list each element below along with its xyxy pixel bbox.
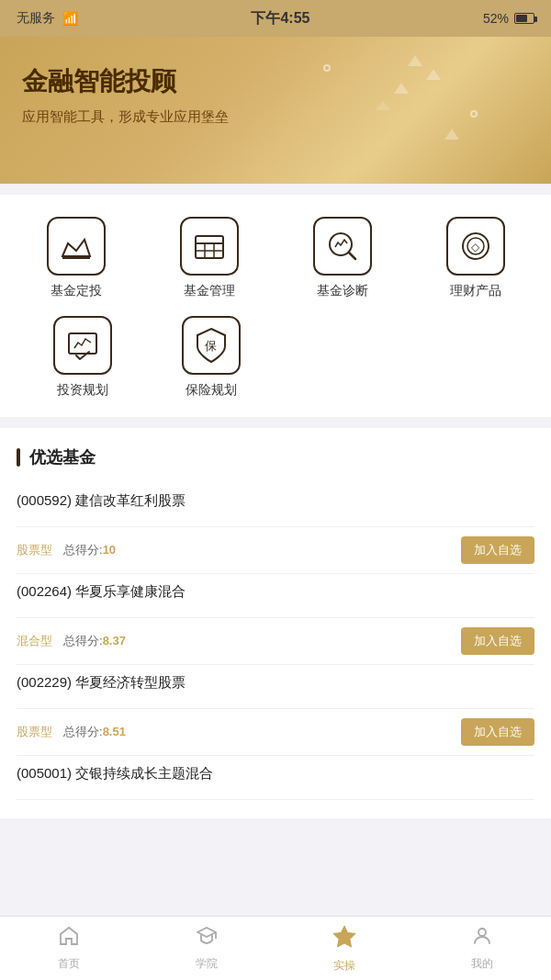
- actions-row-2: 投资规划 保 保险规划: [9, 316, 542, 399]
- hero-title: 金融智能投顾: [22, 64, 529, 99]
- add-watchlist-btn-3[interactable]: 加入自选: [461, 718, 534, 746]
- actions-row-1: 基金定投 基金管理: [9, 217, 542, 299]
- fund-item-3: (002229) 华夏经济转型股票: [17, 665, 534, 709]
- fund-item-3-meta: 股票型 总得分:8.51 加入自选: [17, 709, 534, 756]
- action-insurance-plan[interactable]: 保 保险规划: [156, 316, 266, 399]
- fund-manage-label: 基金管理: [184, 283, 235, 299]
- fund-item-1: (000592) 建信改革红利股票: [17, 483, 534, 527]
- battery-label: 52%: [483, 11, 509, 26]
- signal-label: 无服务: [17, 10, 55, 27]
- fund-score-val-2: 8.37: [103, 634, 126, 648]
- wealth-product-icon: ◇: [446, 217, 505, 276]
- svg-rect-1: [196, 236, 223, 258]
- svg-text:◇: ◇: [471, 241, 480, 253]
- battery-icon: [514, 13, 534, 24]
- invest-plan-label: 投资规划: [57, 382, 108, 399]
- fund-score-3: 总得分:8.51: [63, 724, 126, 740]
- status-bar: 无服务 📶 下午4:55 52%: [0, 0, 551, 37]
- fund-name-1: (000592) 建信改革红利股票: [17, 492, 534, 510]
- fund-name-2: (002264) 华夏乐享健康混合: [17, 583, 534, 601]
- nav-item-mine[interactable]: 我的: [413, 925, 551, 972]
- fund-name-4: (005001) 交银持续成长主题混合: [17, 765, 534, 783]
- hero-banner: 金融智能投顾 应用智能工具，形成专业应用堡垒: [0, 37, 551, 184]
- svg-line-7: [349, 253, 355, 259]
- fund-item-1-meta: 股票型 总得分:10 加入自选: [17, 527, 534, 574]
- fund-fixed-label: 基金定投: [51, 283, 102, 299]
- fund-meta-3: 股票型 总得分:8.51 加入自选: [17, 718, 534, 746]
- fund-meta-1: 股票型 总得分:10 加入自选: [17, 536, 534, 564]
- bottom-nav: 首页 学院 实操 我的: [0, 916, 551, 980]
- academy-icon: [196, 925, 218, 952]
- action-fund-fixed[interactable]: 基金定投: [21, 217, 131, 299]
- nav-label-mine: 我的: [471, 956, 493, 972]
- nav-item-academy[interactable]: 学院: [138, 925, 276, 972]
- nav-label-practice: 实操: [333, 958, 355, 974]
- fund-type-2: 混合型: [17, 633, 52, 649]
- fund-section-title-text: 优选基金: [29, 446, 96, 468]
- section-title-bar: [17, 448, 20, 467]
- fund-item-2-meta: 混合型 总得分:8.37 加入自选: [17, 618, 534, 665]
- wifi-icon: 📶: [62, 11, 78, 26]
- insurance-plan-icon: 保: [182, 316, 241, 375]
- fund-meta-2: 混合型 总得分:8.37 加入自选: [17, 627, 534, 655]
- insurance-plan-label: 保险规划: [186, 382, 237, 399]
- main-content: 无服务 📶 下午4:55 52% 金融智能投顾 应用智能工具，形成专业应用堡垒: [0, 0, 551, 892]
- fund-manage-icon: [180, 217, 239, 276]
- nav-item-home[interactable]: 首页: [0, 925, 138, 972]
- action-fund-diagnose[interactable]: 基金诊断: [287, 217, 398, 299]
- home-icon: [58, 925, 80, 952]
- fund-fixed-icon: [47, 217, 106, 276]
- quick-actions: 基金定投 基金管理: [0, 195, 551, 417]
- fund-section-title: 优选基金: [17, 446, 534, 468]
- action-fund-manage[interactable]: 基金管理: [154, 217, 264, 299]
- fund-meta-left-3: 股票型 总得分:8.51: [17, 724, 126, 740]
- fund-diagnose-icon: [313, 217, 372, 276]
- svg-text:保: 保: [205, 339, 217, 353]
- practice-icon: [332, 923, 357, 954]
- mine-icon: [471, 925, 493, 952]
- nav-label-home: 首页: [58, 956, 80, 972]
- fund-section: 优选基金 (000592) 建信改革红利股票 股票型 总得分:10 加入自选 (…: [0, 428, 551, 818]
- svg-point-14: [478, 929, 486, 936]
- fund-score-1: 总得分:10: [63, 542, 116, 558]
- wealth-product-label: 理财产品: [450, 283, 501, 299]
- action-wealth-product[interactable]: ◇ 理财产品: [421, 217, 531, 299]
- deco-arrow-5: [444, 129, 459, 140]
- fund-item-4: (005001) 交银持续成长主题混合: [17, 756, 534, 800]
- fund-meta-left-1: 股票型 总得分:10: [17, 542, 116, 558]
- nav-item-practice[interactable]: 实操: [276, 923, 413, 974]
- add-watchlist-btn-2[interactable]: 加入自选: [461, 627, 534, 655]
- fund-score-val-1: 10: [103, 543, 116, 557]
- fund-name-3: (002229) 华夏经济转型股票: [17, 674, 534, 692]
- action-invest-plan[interactable]: 投资规划: [28, 316, 138, 399]
- fund-meta-left-2: 混合型 总得分:8.37: [17, 633, 126, 649]
- fund-score-val-3: 8.51: [103, 725, 126, 738]
- hero-subtitle: 应用智能工具，形成专业应用堡垒: [22, 108, 529, 126]
- nav-label-academy: 学院: [196, 956, 218, 972]
- time-label: 下午4:55: [251, 9, 309, 28]
- fund-type-1: 股票型: [17, 542, 52, 558]
- invest-plan-icon: [53, 316, 112, 375]
- add-watchlist-btn-1[interactable]: 加入自选: [461, 536, 534, 564]
- status-left: 无服务 📶: [17, 10, 78, 27]
- fund-diagnose-label: 基金诊断: [317, 283, 368, 299]
- status-right: 52%: [483, 11, 534, 26]
- fund-type-3: 股票型: [17, 724, 52, 740]
- fund-item-2: (002264) 华夏乐享健康混合: [17, 574, 534, 618]
- fund-score-2: 总得分:8.37: [63, 633, 126, 649]
